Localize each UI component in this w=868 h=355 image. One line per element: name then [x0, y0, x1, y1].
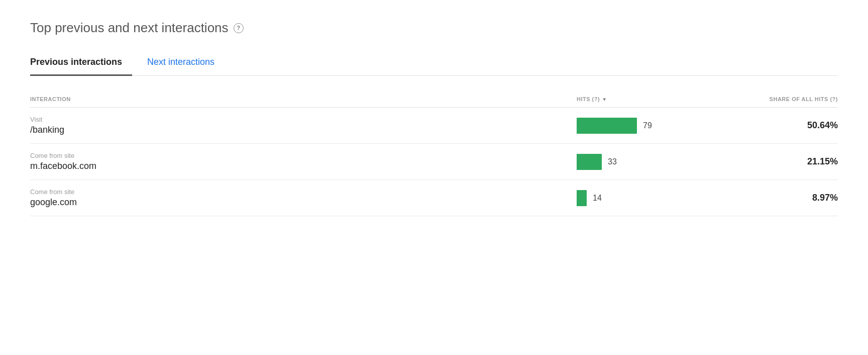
hits-bar	[577, 154, 602, 170]
share-cell: 21.15%	[727, 156, 838, 167]
hits-value: 14	[593, 194, 602, 203]
share-cell: 50.64%	[727, 120, 838, 131]
bar-container	[577, 190, 587, 206]
hits-label: HITS (?)	[577, 96, 600, 102]
sort-icon: ▼	[602, 97, 607, 102]
interaction-cell: Visit /banking	[30, 116, 577, 135]
share-cell: 8.97%	[727, 193, 838, 203]
hits-value: 79	[643, 121, 652, 130]
hits-value: 33	[608, 157, 617, 166]
interaction-name: m.facebook.com	[30, 161, 577, 171]
page-title: Top previous and next interactions ?	[30, 20, 838, 36]
interaction-cell: Come from site m.facebook.com	[30, 152, 577, 171]
table-row: Visit /banking 79 50.64%	[30, 108, 838, 144]
tab-previous-interactions[interactable]: Previous interactions	[30, 51, 132, 76]
tab-next-interactions[interactable]: Next interactions	[147, 51, 225, 76]
bar-container	[577, 154, 602, 170]
hits-bar	[577, 118, 637, 134]
hits-bar	[577, 190, 587, 206]
bar-container	[577, 118, 637, 134]
interaction-cell: Come from site google.com	[30, 188, 577, 208]
hits-cell: 14	[577, 190, 727, 206]
column-header-interaction: INTERACTION	[30, 96, 577, 102]
column-header-hits[interactable]: HITS (?) ▼	[577, 96, 727, 102]
table-row: Come from site google.com 14 8.97%	[30, 180, 838, 216]
hits-cell: 79	[577, 118, 727, 134]
interaction-name: google.com	[30, 197, 577, 208]
table-header: INTERACTION HITS (?) ▼ SHARE OF ALL HITS…	[30, 91, 838, 108]
interaction-name: /banking	[30, 125, 577, 135]
interaction-type: Come from site	[30, 152, 577, 159]
interaction-type: Come from site	[30, 188, 577, 196]
column-header-share: SHARE OF ALL HITS (?)	[727, 96, 838, 102]
interaction-type: Visit	[30, 116, 577, 123]
table-row: Come from site m.facebook.com 33 21.15%	[30, 144, 838, 180]
tabs-container: Previous interactions Next interactions	[30, 51, 838, 76]
interactions-table: INTERACTION HITS (?) ▼ SHARE OF ALL HITS…	[30, 91, 838, 216]
page-title-text: Top previous and next interactions	[30, 20, 229, 36]
help-icon[interactable]: ?	[234, 23, 244, 33]
hits-cell: 33	[577, 154, 727, 170]
